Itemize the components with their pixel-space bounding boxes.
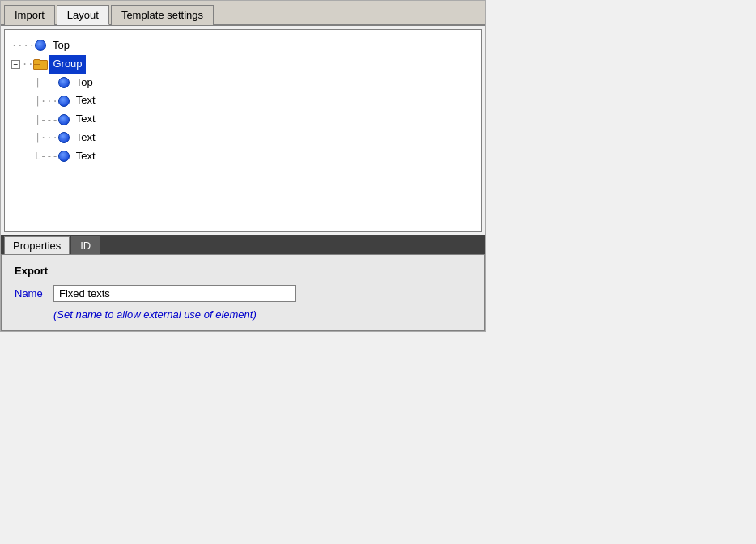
top-tab-bar: Import Layout Template settings bbox=[1, 1, 485, 26]
tab-template-settings[interactable]: Template settings bbox=[111, 5, 214, 25]
properties-content: Export Name (Set name to allow external … bbox=[1, 254, 485, 331]
properties-tab-bar: Properties ID bbox=[4, 236, 482, 254]
tree-label-text2: Text bbox=[73, 110, 99, 129]
hint-text: (Set name to allow external use of eleme… bbox=[53, 308, 471, 321]
tab-import[interactable]: Import bbox=[4, 5, 55, 25]
tree-label-top-child: Top bbox=[73, 74, 96, 92]
folder-icon-group bbox=[33, 59, 46, 70]
tree-node-text3[interactable]: |··· Text bbox=[11, 129, 474, 147]
circle-icon-text3 bbox=[58, 132, 70, 143]
tree-node-text1[interactable]: |··· Text bbox=[11, 91, 474, 110]
name-input[interactable] bbox=[53, 285, 296, 302]
tree-lines-top-child: |--- bbox=[11, 78, 58, 87]
tree-lines-top-root: ···· bbox=[11, 40, 35, 50]
circle-icon-top-child bbox=[58, 77, 70, 88]
export-title: Export bbox=[15, 265, 471, 277]
tree-label-text3: Text bbox=[73, 129, 99, 147]
tree-node-top-child[interactable]: |--- Top bbox=[11, 74, 474, 92]
tree-label-top-root: Top bbox=[49, 36, 73, 55]
name-row: Name bbox=[15, 285, 471, 302]
properties-section: Properties ID bbox=[1, 235, 485, 254]
circle-icon-text4 bbox=[58, 151, 70, 162]
tree-label-text4: Text bbox=[73, 147, 99, 166]
tree-lines-text3: |··· bbox=[11, 133, 58, 142]
tree-node-text2[interactable]: |--- Text bbox=[11, 110, 474, 129]
main-panel: Import Layout Template settings ···· Top… bbox=[0, 0, 486, 332]
tree-lines-text1: |··· bbox=[11, 96, 58, 106]
tree-label-group: Group bbox=[49, 55, 85, 74]
tree-node-top-root[interactable]: ···· Top bbox=[11, 36, 474, 55]
tab-id[interactable]: ID bbox=[71, 236, 100, 254]
tree-view: ···· Top − ·· Group |--- Top |··· Text |… bbox=[4, 29, 482, 232]
tab-layout[interactable]: Layout bbox=[57, 5, 109, 25]
tab-properties[interactable]: Properties bbox=[4, 236, 70, 254]
tree-node-group[interactable]: − ·· Group bbox=[11, 55, 474, 74]
circle-icon-top-root bbox=[35, 40, 46, 51]
circle-icon-text1 bbox=[58, 96, 70, 107]
tree-lines-text4: L--- bbox=[11, 151, 58, 161]
tree-label-text1: Text bbox=[73, 91, 99, 110]
circle-icon-text2 bbox=[58, 114, 70, 125]
collapse-button-group[interactable]: − bbox=[11, 60, 20, 69]
tree-lines-group: ·· bbox=[22, 59, 33, 69]
name-label: Name bbox=[15, 287, 47, 300]
tree-node-text4[interactable]: L--- Text bbox=[11, 147, 474, 166]
tree-lines-text2: |--- bbox=[11, 115, 58, 125]
